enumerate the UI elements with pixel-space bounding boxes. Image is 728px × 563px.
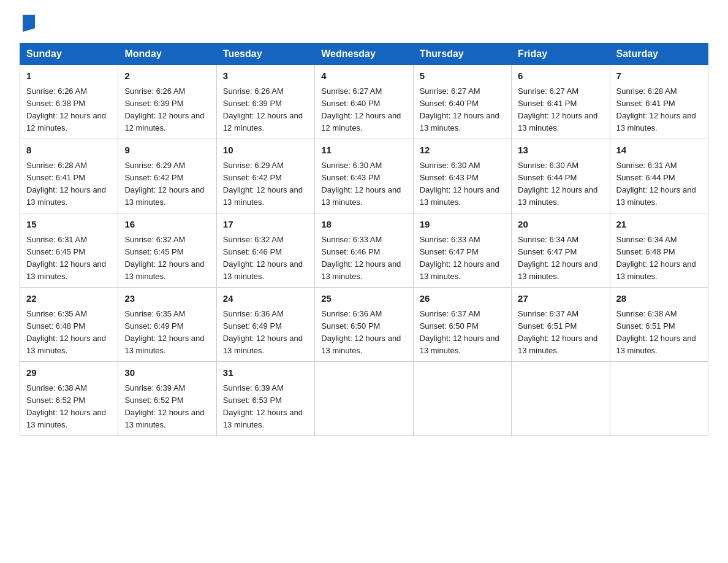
weekday-header-tuesday: Tuesday: [216, 44, 314, 65]
day-info: Sunrise: 6:26 AMSunset: 6:38 PMDaylight:…: [26, 86, 106, 132]
day-info: Sunrise: 6:31 AMSunset: 6:44 PMDaylight:…: [616, 161, 696, 207]
day-info: Sunrise: 6:38 AMSunset: 6:52 PMDaylight:…: [26, 383, 106, 429]
day-number: 19: [420, 218, 505, 232]
day-info: Sunrise: 6:39 AMSunset: 6:52 PMDaylight:…: [124, 383, 204, 429]
day-cell-31: 31 Sunrise: 6:39 AMSunset: 6:53 PMDaylig…: [216, 362, 314, 436]
weekday-header-row: SundayMondayTuesdayWednesdayThursdayFrid…: [20, 44, 708, 65]
day-info: Sunrise: 6:33 AMSunset: 6:47 PMDaylight:…: [420, 235, 499, 281]
empty-cell: [315, 362, 413, 436]
day-cell-17: 17 Sunrise: 6:32 AMSunset: 6:46 PMDaylig…: [216, 213, 314, 288]
day-number: 2: [124, 69, 210, 83]
day-cell-21: 21 Sunrise: 6:34 AMSunset: 6:48 PMDaylig…: [610, 213, 708, 288]
day-number: 23: [124, 292, 210, 306]
day-cell-11: 11 Sunrise: 6:30 AMSunset: 6:43 PMDaylig…: [315, 139, 413, 213]
weekday-header-friday: Friday: [512, 44, 610, 65]
day-cell-30: 30 Sunrise: 6:39 AMSunset: 6:52 PMDaylig…: [118, 362, 216, 436]
day-info: Sunrise: 6:29 AMSunset: 6:42 PMDaylight:…: [124, 161, 204, 207]
day-cell-29: 29 Sunrise: 6:38 AMSunset: 6:52 PMDaylig…: [20, 362, 118, 436]
day-number: 22: [26, 292, 112, 306]
day-cell-26: 26 Sunrise: 6:37 AMSunset: 6:50 PMDaylig…: [413, 288, 511, 362]
day-info: Sunrise: 6:36 AMSunset: 6:50 PMDaylight:…: [321, 309, 401, 355]
day-info: Sunrise: 6:32 AMSunset: 6:45 PMDaylight:…: [124, 235, 204, 281]
day-cell-5: 5 Sunrise: 6:27 AMSunset: 6:40 PMDayligh…: [413, 65, 511, 139]
calendar-table: SundayMondayTuesdayWednesdayThursdayFrid…: [20, 43, 708, 436]
day-number: 17: [223, 218, 308, 232]
day-info: Sunrise: 6:26 AMSunset: 6:39 PMDaylight:…: [124, 86, 204, 132]
day-number: 1: [26, 69, 112, 83]
day-info: Sunrise: 6:28 AMSunset: 6:41 PMDaylight:…: [26, 161, 106, 207]
day-cell-19: 19 Sunrise: 6:33 AMSunset: 6:47 PMDaylig…: [413, 213, 511, 288]
day-info: Sunrise: 6:37 AMSunset: 6:51 PMDaylight:…: [518, 309, 597, 355]
day-info: Sunrise: 6:30 AMSunset: 6:43 PMDaylight:…: [321, 161, 401, 207]
weekday-header-monday: Monday: [118, 44, 216, 65]
day-info: Sunrise: 6:34 AMSunset: 6:48 PMDaylight:…: [616, 235, 696, 281]
day-cell-7: 7 Sunrise: 6:28 AMSunset: 6:41 PMDayligh…: [610, 65, 708, 139]
svg-marker-0: [23, 15, 35, 32]
day-cell-28: 28 Sunrise: 6:38 AMSunset: 6:51 PMDaylig…: [610, 288, 708, 362]
day-cell-20: 20 Sunrise: 6:34 AMSunset: 6:47 PMDaylig…: [512, 213, 610, 288]
day-cell-14: 14 Sunrise: 6:31 AMSunset: 6:44 PMDaylig…: [610, 139, 708, 213]
day-number: 21: [616, 218, 702, 232]
day-cell-23: 23 Sunrise: 6:35 AMSunset: 6:49 PMDaylig…: [118, 288, 216, 362]
day-number: 16: [124, 218, 210, 232]
empty-cell: [610, 362, 708, 436]
day-info: Sunrise: 6:33 AMSunset: 6:46 PMDaylight:…: [321, 235, 401, 281]
day-number: 26: [420, 292, 505, 306]
day-number: 14: [616, 144, 702, 158]
day-cell-1: 1 Sunrise: 6:26 AMSunset: 6:38 PMDayligh…: [20, 65, 118, 139]
week-row-1: 1 Sunrise: 6:26 AMSunset: 6:38 PMDayligh…: [20, 65, 708, 139]
day-number: 5: [420, 69, 505, 83]
day-cell-6: 6 Sunrise: 6:27 AMSunset: 6:41 PMDayligh…: [512, 65, 610, 139]
day-cell-24: 24 Sunrise: 6:36 AMSunset: 6:49 PMDaylig…: [216, 288, 314, 362]
day-info: Sunrise: 6:38 AMSunset: 6:51 PMDaylight:…: [616, 309, 696, 355]
weekday-header-wednesday: Wednesday: [315, 44, 413, 65]
day-number: 28: [616, 292, 702, 306]
weekday-header-sunday: Sunday: [20, 44, 118, 65]
weekday-header-thursday: Thursday: [413, 44, 511, 65]
day-info: Sunrise: 6:30 AMSunset: 6:44 PMDaylight:…: [518, 161, 597, 207]
logo-flag-icon: [20, 15, 37, 32]
day-cell-8: 8 Sunrise: 6:28 AMSunset: 6:41 PMDayligh…: [20, 139, 118, 213]
day-number: 12: [420, 144, 505, 158]
day-info: Sunrise: 6:36 AMSunset: 6:49 PMDaylight:…: [223, 309, 303, 355]
day-number: 25: [321, 292, 406, 306]
empty-cell: [512, 362, 610, 436]
day-cell-15: 15 Sunrise: 6:31 AMSunset: 6:45 PMDaylig…: [20, 213, 118, 288]
day-number: 10: [223, 144, 308, 158]
day-cell-10: 10 Sunrise: 6:29 AMSunset: 6:42 PMDaylig…: [216, 139, 314, 213]
day-number: 24: [223, 292, 308, 306]
day-cell-13: 13 Sunrise: 6:30 AMSunset: 6:44 PMDaylig…: [512, 139, 610, 213]
day-number: 27: [518, 292, 603, 306]
day-number: 4: [321, 69, 406, 83]
week-row-5: 29 Sunrise: 6:38 AMSunset: 6:52 PMDaylig…: [20, 362, 708, 436]
day-info: Sunrise: 6:39 AMSunset: 6:53 PMDaylight:…: [223, 383, 303, 429]
day-cell-27: 27 Sunrise: 6:37 AMSunset: 6:51 PMDaylig…: [512, 288, 610, 362]
weekday-header-saturday: Saturday: [610, 44, 708, 65]
day-info: Sunrise: 6:26 AMSunset: 6:39 PMDaylight:…: [223, 86, 303, 132]
day-info: Sunrise: 6:27 AMSunset: 6:40 PMDaylight:…: [420, 86, 499, 132]
empty-cell: [413, 362, 511, 436]
day-number: 9: [124, 144, 210, 158]
day-number: 30: [124, 366, 210, 380]
day-number: 3: [223, 69, 308, 83]
day-cell-9: 9 Sunrise: 6:29 AMSunset: 6:42 PMDayligh…: [118, 139, 216, 213]
day-cell-2: 2 Sunrise: 6:26 AMSunset: 6:39 PMDayligh…: [118, 65, 216, 139]
week-row-3: 15 Sunrise: 6:31 AMSunset: 6:45 PMDaylig…: [20, 213, 708, 288]
day-cell-3: 3 Sunrise: 6:26 AMSunset: 6:39 PMDayligh…: [216, 65, 314, 139]
day-number: 8: [26, 144, 112, 158]
day-info: Sunrise: 6:31 AMSunset: 6:45 PMDaylight:…: [26, 235, 106, 281]
day-info: Sunrise: 6:30 AMSunset: 6:43 PMDaylight:…: [420, 161, 499, 207]
day-number: 13: [518, 144, 603, 158]
day-number: 7: [616, 69, 702, 83]
day-number: 11: [321, 144, 406, 158]
day-number: 29: [26, 366, 112, 380]
day-info: Sunrise: 6:28 AMSunset: 6:41 PMDaylight:…: [616, 86, 696, 132]
day-number: 6: [518, 69, 603, 83]
day-info: Sunrise: 6:35 AMSunset: 6:49 PMDaylight:…: [124, 309, 204, 355]
day-cell-4: 4 Sunrise: 6:27 AMSunset: 6:40 PMDayligh…: [315, 65, 413, 139]
day-cell-12: 12 Sunrise: 6:30 AMSunset: 6:43 PMDaylig…: [413, 139, 511, 213]
week-row-4: 22 Sunrise: 6:35 AMSunset: 6:48 PMDaylig…: [20, 288, 708, 362]
day-info: Sunrise: 6:29 AMSunset: 6:42 PMDaylight:…: [223, 161, 303, 207]
day-info: Sunrise: 6:27 AMSunset: 6:41 PMDaylight:…: [518, 86, 597, 132]
day-info: Sunrise: 6:35 AMSunset: 6:48 PMDaylight:…: [26, 309, 106, 355]
